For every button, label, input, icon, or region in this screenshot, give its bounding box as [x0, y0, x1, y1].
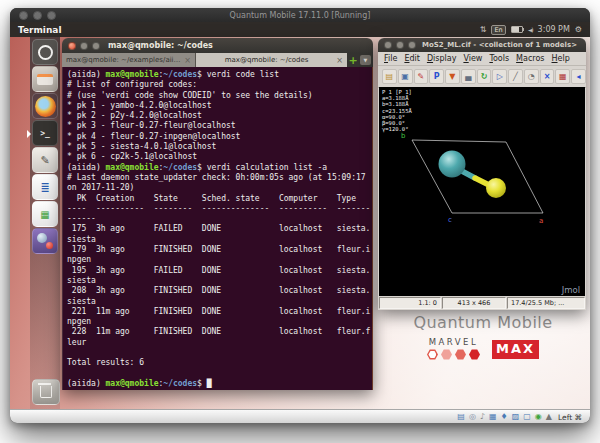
- tab-list-dropdown[interactable]: ▼: [360, 55, 371, 65]
- terminal-titlebar[interactable]: max@qmobile: ~/codes: [62, 38, 373, 53]
- jmol-window: MoS2_ML.cif - <collection of 1 models> F…: [378, 38, 586, 310]
- jmol-menu-display[interactable]: Display: [427, 54, 457, 63]
- jmol-menu-edit[interactable]: Edit: [404, 54, 420, 63]
- terminal-minimize-button[interactable]: [80, 42, 88, 50]
- hard-disks-icon[interactable]: ▤: [457, 413, 465, 421]
- terminal-tab-codes[interactable]: max@qmobile: ~/codes ×: [196, 53, 347, 67]
- jmol-minimize-button[interactable]: [396, 41, 404, 49]
- delete-icon[interactable]: ×: [540, 69, 555, 84]
- marvel-hexagons: [427, 349, 480, 360]
- open-file-icon[interactable]: ▤: [382, 69, 397, 84]
- measure-icon[interactable]: ╱: [508, 69, 523, 84]
- dash-home-icon[interactable]: [32, 39, 58, 65]
- libreoffice-writer-icon[interactable]: ≣: [32, 174, 58, 200]
- marvel-hexagon-icon: [469, 349, 480, 360]
- new-tab-button[interactable]: +: [347, 53, 359, 67]
- terminal-line: * pk 3 - fleur-0.27-fleur@localhost: [67, 121, 372, 131]
- network-indicator-icon[interactable]: ⇅: [480, 25, 487, 34]
- jmol-close-button[interactable]: [384, 41, 392, 49]
- vm-window-title: Quantum Mobile 17.11.0 [Running]: [10, 11, 590, 20]
- terminal-line: siesta: [67, 235, 372, 245]
- jmol-viewport[interactable]: abc P 1 [P 1]a=3.188Åb=3.188Åc=23.155Åα=…: [379, 87, 585, 296]
- zoom-icon[interactable]: ◔: [524, 69, 539, 84]
- terminal-output[interactable]: (aiida) max@qmobile:~/codes$ verdi code …: [62, 67, 373, 390]
- mac-titlebar: Quantum Mobile 17.11.0 [Running]: [10, 8, 590, 22]
- jmol-menu-view[interactable]: View: [463, 54, 482, 63]
- terminal-line: * pk 4 - fleur-0.27-inpgen@localhost: [67, 132, 372, 142]
- text-editor-icon[interactable]: ✎: [32, 147, 58, 173]
- terminal-icon[interactable]: >_: [32, 120, 58, 146]
- resume-icon[interactable]: ◂: [571, 69, 586, 84]
- jmol-maximize-button[interactable]: [408, 41, 416, 49]
- mac-zoom-button[interactable]: [47, 11, 56, 20]
- script-editor-icon[interactable]: ✎: [414, 69, 429, 84]
- export-image-icon[interactable]: ▣: [398, 69, 413, 84]
- terminal-line: (aiida) max@qmobile:~/codes$ verdi code …: [67, 70, 372, 80]
- clock[interactable]: 3:09 PM: [538, 25, 570, 34]
- shared-folders-icon[interactable]: ▨: [512, 413, 520, 421]
- jmol-menu-tools[interactable]: Tools: [489, 54, 509, 63]
- mac-minimize-button[interactable]: [33, 11, 42, 20]
- jmol-title: MoS2_ML.cif - <collection of 1 models>: [422, 41, 577, 49]
- desktop: >_✎≣▦ Quantum Mobile MARVEL MAX m: [10, 37, 590, 409]
- print-icon[interactable]: ▄: [461, 69, 476, 84]
- keyboard-layout-indicator[interactable]: En: [491, 25, 505, 35]
- jmol-titlebar[interactable]: MoS2_ML.cif - <collection of 1 models>: [378, 38, 586, 52]
- cell-parameter-line: b=3.188Å: [382, 101, 412, 107]
- battery-icon[interactable]: [511, 26, 523, 33]
- tab-close-icon[interactable]: ×: [336, 56, 343, 65]
- atom-S[interactable]: [486, 178, 506, 198]
- audio-icon[interactable]: ♪: [480, 413, 485, 421]
- pov-ray-icon[interactable]: P: [429, 69, 444, 84]
- host-key-label: Left ⌘: [558, 413, 582, 422]
- cell-parameter-line: γ=120.0°: [382, 126, 412, 132]
- optical-drives-icon[interactable]: ◎: [469, 413, 476, 421]
- jmol-menu-help[interactable]: Help: [552, 54, 570, 63]
- jmol-menubar: FileEditDisplayViewToolsMacrosHelp: [378, 52, 586, 66]
- jmol-menu-macros[interactable]: Macros: [516, 54, 544, 63]
- pick-icon[interactable]: ▷: [492, 69, 507, 84]
- terminal-line: # (use 'verdi code show CODEID' to see t…: [67, 91, 372, 101]
- session-gear-icon[interactable]: ⚙: [575, 25, 582, 34]
- terminal-tab-examples[interactable]: max@qmobile: ~/examples/aiida-max-e... ×: [62, 53, 196, 67]
- palette-icon[interactable]: ▦: [555, 69, 570, 84]
- export-menu-icon[interactable]: ▼: [445, 69, 460, 84]
- terminal-close-button[interactable]: [68, 42, 76, 50]
- terminal-maximize-button[interactable]: [92, 42, 100, 50]
- rotate-icon[interactable]: ↻: [477, 69, 492, 84]
- marvel-hexagon-icon: [441, 349, 452, 360]
- jmol-status-cell-0: 1.1: 0: [379, 297, 441, 309]
- terminal-line: 195 3h ago FAILED DONE localhost siesta.: [67, 266, 372, 276]
- axis-label-c: c: [448, 216, 452, 224]
- terminal-line: [67, 369, 372, 379]
- usb-icon[interactable]: ♦: [501, 413, 508, 421]
- axis-label-b: b: [401, 132, 406, 140]
- jmol-menu-file[interactable]: File: [384, 54, 397, 63]
- display-icon[interactable]: ▢: [523, 413, 531, 421]
- libreoffice-calc-icon[interactable]: ▦: [32, 201, 58, 227]
- max-logo: MAX: [492, 340, 539, 359]
- terminal-tabbar: max@qmobile: ~/examples/aiida-max-e... ×…: [62, 53, 373, 67]
- ubuntu-top-panel: Terminal ⇅ En ◄) 3:09 PM ⚙: [10, 22, 590, 37]
- libreoffice-calc-glyph: ▦: [40, 209, 49, 220]
- mac-close-button[interactable]: [19, 11, 28, 20]
- volume-icon[interactable]: ◄): [528, 26, 533, 33]
- atom-Mo[interactable]: [439, 151, 466, 178]
- firefox-icon[interactable]: [32, 93, 58, 119]
- terminal-line: 228 11m ago FINISHED DONE localhost fleu…: [67, 327, 372, 337]
- molecule-viewer-icon[interactable]: [32, 228, 58, 254]
- tab-close-icon[interactable]: ×: [184, 56, 191, 65]
- network-icon[interactable]: ▦: [489, 413, 497, 421]
- text-editor-glyph: ✎: [40, 154, 49, 167]
- file-manager-icon[interactable]: [32, 66, 58, 92]
- terminal-window: max@qmobile: ~/codes max@qmobile: ~/exam…: [62, 38, 373, 390]
- mouse-icon[interactable]: ▲: [546, 413, 552, 421]
- vbox-statusbar: ▤◎♪▦♦▨▢◉▲ Left ⌘: [10, 409, 590, 423]
- marvel-label: MARVEL: [429, 337, 479, 347]
- features-icon[interactable]: ◉: [535, 413, 542, 421]
- trash-launcher-item[interactable]: [32, 379, 60, 405]
- terminal-line: npgen: [67, 317, 372, 327]
- terminal-line: # List of configured codes:: [67, 80, 372, 90]
- terminal-line: Total results: 6: [67, 358, 372, 368]
- terminal-line: PK Creation State Sched. state Computer …: [67, 194, 372, 204]
